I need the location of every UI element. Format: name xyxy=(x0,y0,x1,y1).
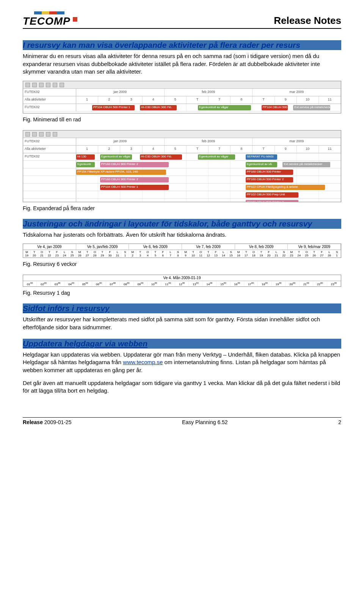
figure-weeks-caption: Fig. Resursvy 6 veckor xyxy=(23,261,341,267)
gantt-bar: PP160 OBUH 500 Printer xyxy=(246,170,293,175)
section3-heading: Sidfot införs i resursvy xyxy=(23,303,341,313)
tecomp-link[interactable]: www.tecomp.se xyxy=(123,359,163,365)
gantt-bar: Ext.service på metallchecker xyxy=(293,105,330,110)
toolbar-icon xyxy=(32,132,37,137)
gantt-row-label xyxy=(23,191,76,198)
section1-heading: I resursvy kan man visa överlappande akt… xyxy=(23,40,341,50)
gantt-bar: PP154 Filterbyte XP-radare PP154, 103, 2… xyxy=(76,170,166,175)
timeline-week-header: Ve 9, feb/mar 2009 xyxy=(288,244,341,250)
footer-center: Easy Planning 6.52 xyxy=(182,419,228,425)
logo: TECOMP xyxy=(23,11,77,27)
figure-day-timeline: Ve 4. Mån 2009-01-19 0100020003000400050… xyxy=(23,275,341,287)
timeline-day: M19 xyxy=(23,250,31,258)
toolbar-icon xyxy=(60,83,64,87)
timeline-hour: 2000 xyxy=(286,281,299,287)
logo-accent-icon xyxy=(73,17,77,22)
gantt-col-header: 8 xyxy=(231,96,253,104)
timeline-day: F27 xyxy=(318,250,326,258)
section2-heading: Justeringar och ändringar i layouter för… xyxy=(23,219,341,229)
gantt-row-label xyxy=(23,168,76,176)
timeline-hour: 1400 xyxy=(203,281,217,287)
gantt-col-header: 4 xyxy=(143,146,165,153)
logo-label: TECOMP xyxy=(23,15,71,27)
gantt-bar: PP160 OBUH 500 Printer 2 xyxy=(246,200,299,202)
timeline-day: O25 xyxy=(303,250,311,258)
toolbar-icon xyxy=(39,132,44,137)
gantt-row: FUTEK02HI 130Egenkontroll av vågarHI-O30… xyxy=(23,153,341,161)
gantt-bar: Egenkontroll av vå. xyxy=(246,162,278,167)
timeline-hour: 1800 xyxy=(258,281,271,287)
gantt-col-header: 10 xyxy=(297,96,319,104)
gantt-filter-label: Alla aktiviteter xyxy=(23,146,76,153)
timeline-day: M9 xyxy=(182,250,190,258)
gantt-row-label xyxy=(23,199,76,202)
figure-expanded-gantt: FUTEK02 jan 2009feb 2009mar 2009 Alla ak… xyxy=(23,130,341,202)
gantt-bar: HI-O30 OBUH 300 Flö. xyxy=(140,154,182,160)
timeline-day: T12 xyxy=(205,250,212,258)
gantt-resource-col-label: FUTEK02 xyxy=(23,89,76,96)
logo-text: TECOMP xyxy=(23,15,77,27)
timeline-hour: 0900 xyxy=(134,281,147,287)
timeline-hour: 1700 xyxy=(244,281,258,287)
timeline-hour: 2300 xyxy=(327,281,341,287)
toolbar-icon xyxy=(25,83,30,87)
gantt-bar: PP104 OBUH 500 Printer 1 xyxy=(100,185,169,190)
gantt-bar: Egenkontr xyxy=(76,162,95,167)
timeline-hour: 2200 xyxy=(313,281,327,287)
timeline-hour: 1200 xyxy=(175,281,189,287)
gantt-bar: SEPARAT FU-MASI xyxy=(246,154,278,160)
timeline-day: S1 xyxy=(121,250,129,258)
timeline-hour: 1100 xyxy=(161,281,175,287)
gantt-filter-label: Alla aktiviteter xyxy=(23,96,76,104)
gantt-col-header: 3 xyxy=(120,96,142,104)
timeline-day: T3 xyxy=(136,250,144,258)
timeline-day: O4 xyxy=(144,250,152,258)
footer-left: Release 2009-01-25 xyxy=(23,419,71,425)
gantt-row: PP160 OBUH 900 Printer 2PP160 OBUH 500 P… xyxy=(23,176,341,184)
timeline-day: T24 xyxy=(295,250,303,258)
gantt-row: FUTEK02 PP104 OBUH 500 Printer 1HI-O30 O… xyxy=(23,104,341,112)
gantt-bar: Egenkontroll av vågar xyxy=(198,154,235,160)
gantt-bar: HI 130 xyxy=(76,154,95,160)
figure1-caption: Fig. Minimerad till en rad xyxy=(23,116,341,123)
footer-page-number: 2 xyxy=(338,419,341,425)
timeline-day: M2 xyxy=(129,250,136,258)
timeline-week-header: Ve 7, feb 2009 xyxy=(182,244,235,250)
timeline-day: S1 xyxy=(333,250,341,258)
section4-body1: Helgdagar kan uppdateras via webben. Upp… xyxy=(23,351,341,374)
page-footer: Release 2009-01-25 Easy Planning 6.52 2 xyxy=(23,417,341,425)
gantt-col-header: 9 xyxy=(275,146,297,153)
figure2-caption: Fig. Expanderad på flera rader xyxy=(23,205,341,211)
gantt-row-label: FUTEK02 xyxy=(23,104,76,111)
gantt-col-header: T xyxy=(253,146,275,153)
timeline-day: M16 xyxy=(235,250,243,258)
footer-left-bold: Release xyxy=(23,419,43,425)
timeline-week-header: Ve 6, feb 2009 xyxy=(129,244,182,250)
figure-weeks-timeline: Ve 4, jan 2009Ve 5, jan/feb 2009Ve 6, fe… xyxy=(23,244,341,258)
gantt-row: PP154 Filterbyte XP-radare PP154, 103, 2… xyxy=(23,168,341,176)
gantt-col-header: 10 xyxy=(297,146,319,153)
timeline-day: T17 xyxy=(243,250,250,258)
logo-flag-icon xyxy=(34,11,64,14)
timeline-hour: 0700 xyxy=(106,281,120,287)
section3-body: Utskrifter av resursvyer har komplettera… xyxy=(23,316,341,331)
gantt-row: PP104 OBUH 500 Printer 1PP102 CPUH Färdi… xyxy=(23,184,341,191)
gantt-col-header: 7 xyxy=(209,146,231,153)
gantt-month-header: feb 2009 xyxy=(165,138,253,145)
section2-body: Tidskalorna har justerats och förbättrat… xyxy=(23,231,341,239)
timeline-hour: 1000 xyxy=(147,281,161,287)
toolbar-icon xyxy=(39,83,44,87)
timeline-day: O21 xyxy=(38,250,46,258)
timeline-day: T27 xyxy=(84,250,91,258)
timeline-hour: 0200 xyxy=(37,281,50,287)
document-title: Release Notes xyxy=(274,15,341,27)
timeline-week-header: Ve 4, jan 2009 xyxy=(23,244,76,250)
gantt-bar: PP102 CPUH Färdiglagering & arbete xyxy=(246,185,325,190)
timeline-day: L28 xyxy=(326,250,333,258)
toolbar-icon xyxy=(25,132,30,137)
gantt-row: PP160 OBUH 500 Printer 2 xyxy=(23,199,341,202)
timeline-day: T10 xyxy=(190,250,197,258)
gantt-toolbar xyxy=(23,130,341,138)
toolbar-icon xyxy=(53,132,57,137)
gantt-month-header: mar 2009 xyxy=(253,138,341,145)
